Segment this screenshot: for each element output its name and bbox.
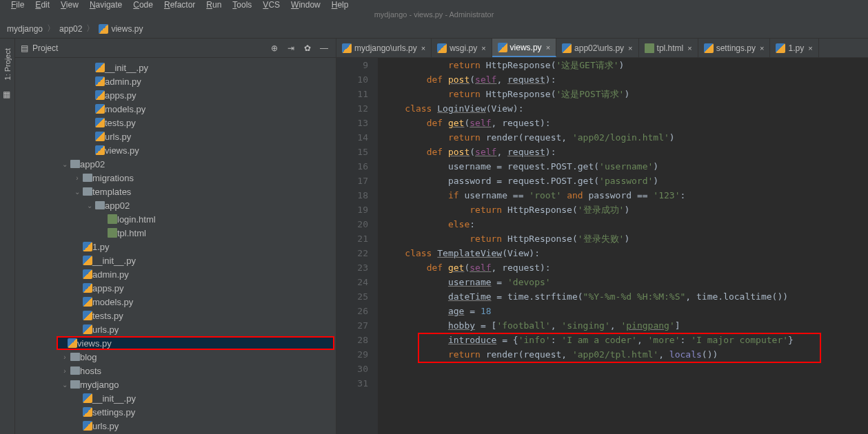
tree-item-urls-py[interactable]: urls.py [15,130,336,143]
menu-code[interactable]: Code [128,0,159,11]
code-line-13[interactable]: class LoginView(View): [383,101,868,116]
code-line-30[interactable]: introduce = {'info': 'I am a coder', 'mo… [383,333,868,347]
python-icon [342,43,352,53]
breadcrumb-item[interactable]: views.py [111,24,143,34]
code-line-21[interactable]: else: [383,217,868,231]
tree-item-tpl-html[interactable]: tpl.html [15,226,336,240]
tree-item-blog[interactable]: › blog [15,350,336,364]
close-icon[interactable]: × [808,44,812,52]
tab-settings-py[interactable]: settings.py× [698,39,771,57]
code-line-9[interactable]: return HttpResponse('这是GET请求') [383,58,868,72]
code-line-29[interactable]: hobby = ['football', 'singing', 'pingpan… [383,318,868,333]
tab-wsgi-py[interactable]: wsgi.py× [432,39,492,57]
tree-item---init---py[interactable]: __init__.py [15,61,336,74]
code-line-18[interactable]: password = request.POST.get('password') [383,174,868,188]
code-line-24[interactable]: class TemplateView(View): [383,246,868,260]
code-editor[interactable]: 9101112131415161718192021222324252627282… [336,58,868,434]
code-line-22[interactable]: return HttpResponse('登录失败') [383,231,868,246]
tree-item-settings-py[interactable]: settings.py [15,405,336,419]
tree-item-admin-py[interactable]: admin.py [15,267,336,281]
menu-navigate[interactable]: Navigate [84,0,128,11]
menu-help[interactable]: Help [326,0,354,11]
tree-item-apps-py[interactable]: apps.py [15,88,336,102]
tree-item-models-py[interactable]: models.py [15,295,336,309]
code-line-10[interactable]: def post(self, request): [383,72,868,87]
code-line-26[interactable]: username = 'devops' [383,275,868,289]
code-line-25[interactable]: def get(self, request): [383,260,868,275]
menu-refactor[interactable]: Refactor [159,0,201,11]
code-line-20[interactable]: return HttpResponse('登录成功') [383,203,868,217]
tree-item-urls-py[interactable]: urls.py [15,322,336,336]
file-label: urls.py [92,324,119,335]
tab-tpl-html[interactable]: tpl.html× [639,39,698,57]
tree-item---init---py[interactable]: __init__.py [15,391,336,405]
menu-vcs[interactable]: VCS [257,0,285,11]
code-line-17[interactable]: username = request.POST.get('username') [383,159,868,174]
menu-file[interactable]: File [6,0,30,11]
collapse-icon[interactable]: ⇥ [285,42,297,54]
code-line-31[interactable]: return render(request, 'app02/tpl.html',… [383,347,868,362]
tree-item-tests-py[interactable]: tests.py [15,116,336,130]
code-line-14[interactable]: def get(self, request): [383,116,868,130]
code-line-27[interactable]: dateTime = time.strftime("%Y-%m-%d %H:%M… [383,289,868,304]
project-tool-button[interactable]: 1: Project [3,45,12,83]
tab-1-py[interactable]: 1.py× [770,39,818,57]
tree-item-tests-py[interactable]: tests.py [15,309,336,322]
tree-item---init---py[interactable]: __init__.py [15,254,336,267]
python-icon [68,338,77,348]
file-label: admin.py [92,269,129,280]
tree-item-models-py[interactable]: models.py [15,102,336,116]
close-icon[interactable]: × [481,44,485,52]
locate-icon[interactable]: ⊕ [268,42,281,54]
code-line-15[interactable]: return render(request, 'app02/login.html… [383,130,868,145]
code-line-16[interactable]: def post(self, request): [383,145,868,159]
tree-item-urls-py[interactable]: urls.py [15,419,336,433]
tab-mydjango-urls-py[interactable]: mydjango\urls.py× [336,39,432,57]
file-label: migrations [92,173,134,183]
tree-item-hosts[interactable]: › hosts [15,364,336,378]
code-line-11[interactable]: return HttpResponse('这是POST请求') [383,87,868,101]
close-icon[interactable]: × [760,44,764,52]
close-icon[interactable]: × [421,44,425,52]
menu-tools[interactable]: Tools [227,0,257,11]
tree-item-migrations[interactable]: › migrations [15,171,336,185]
tree-item-views-py[interactable]: views.py [57,336,334,350]
breadcrumb-item[interactable]: mydjango [7,24,43,34]
file-label: mydjango [80,380,119,390]
sidebar-title[interactable]: Project [32,43,264,53]
tab-views-py[interactable]: views.py× [492,39,556,57]
settings-icon[interactable]: ✿ [301,42,314,54]
code-line-28[interactable]: age = 18 [383,304,868,318]
menu-run[interactable]: Run [201,0,227,11]
code-line-19[interactable]: if username == 'root' and password == '1… [383,188,868,203]
tree-item-1-py[interactable]: 1.py [15,240,336,254]
file-label: urls.py [105,132,131,142]
file-label: hosts [80,366,101,376]
project-sidebar: ▤ Project ⊕ ⇥ ✿ — __init__.py admin.py a… [15,39,336,434]
tree-item-mydjango[interactable]: ⌄ mydjango [15,378,336,391]
menu-edit[interactable]: Edit [30,0,55,11]
tree-item-login-html[interactable]: login.html [15,212,336,226]
tree-item-app02[interactable]: ⌄ app02 [15,157,336,171]
folder-icon [83,187,92,196]
structure-tool-icon[interactable]: ▦ [3,90,12,99]
tree-item-templates[interactable]: ⌄ templates [15,185,336,198]
html-icon [108,228,117,238]
project-tree[interactable]: __init__.py admin.py apps.py models.py t… [15,58,336,434]
code-content[interactable]: return HttpResponse('这是GET请求') def post(… [378,58,868,434]
breadcrumb: mydjango 〉 app02 〉 views.py [0,19,868,39]
close-icon[interactable]: × [628,44,632,52]
tree-item-views-py[interactable]: views.py [15,143,336,157]
tree-item-admin-py[interactable]: admin.py [15,74,336,88]
close-icon[interactable]: × [546,43,550,52]
hide-icon[interactable]: — [318,42,330,54]
close-icon[interactable]: × [687,44,692,52]
menu-window[interactable]: Window [285,0,326,11]
tree-item-app02[interactable]: ⌄ app02 [15,198,336,212]
breadcrumb-item[interactable]: app02 [59,24,82,34]
tab-app02-urls-py[interactable]: app02\urls.py× [556,39,638,57]
menu-view[interactable]: View [55,0,84,11]
python-icon [437,43,447,53]
file-label: tpl.html [117,228,146,238]
tree-item-apps-py[interactable]: apps.py [15,281,336,295]
